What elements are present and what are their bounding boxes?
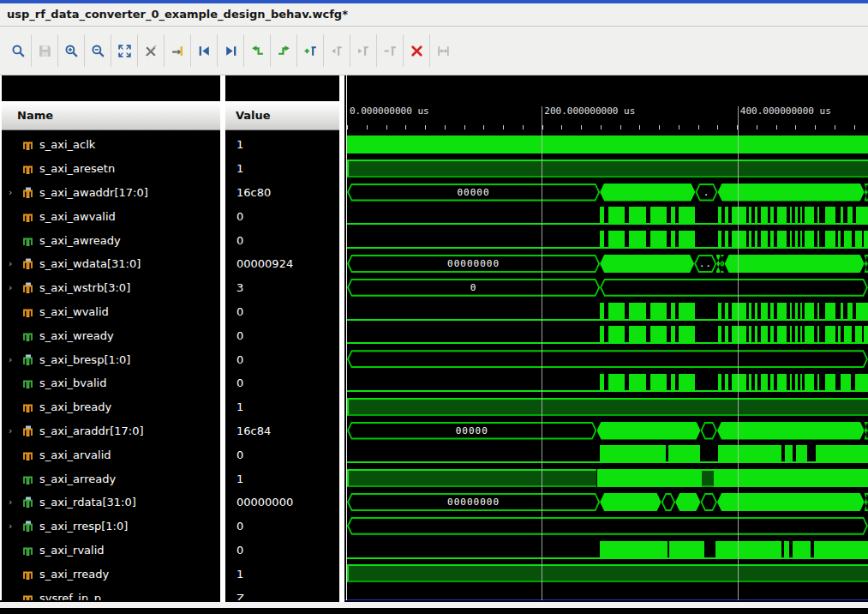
expand-arrow-icon[interactable]: › [9, 354, 22, 365]
previous-edge-button[interactable] [190, 34, 217, 67]
expand-arrow-icon[interactable]: › [9, 521, 22, 532]
signal-row-s_axi_wdata[31:0][interactable]: ›s_axi_wdata[31:0] [2, 252, 220, 276]
signal-row-s_axi_awready[interactable]: s_axi_awready [2, 228, 220, 252]
delete-all-markers-button[interactable] [403, 34, 429, 67]
add-marker-button[interactable] [296, 34, 323, 67]
signal-row-s_axi_bready[interactable]: s_axi_bready [2, 395, 220, 419]
value-wave-splitter[interactable] [339, 75, 344, 608]
next-transition-button[interactable] [270, 34, 296, 67]
wave-pulse-bar [825, 326, 835, 344]
wave-row-s_axi_arvalid[interactable] [344, 442, 868, 467]
wave-pulse-bar [668, 445, 701, 463]
signal-row-s_axi_bresp[1:0][interactable]: ›s_axi_bresp[1:0] [2, 347, 220, 371]
expand-arrow-icon[interactable]: › [9, 282, 22, 293]
horizontal-splitter[interactable] [0, 602, 868, 608]
zoom-fit-button[interactable] [111, 34, 137, 67]
signal-row-s_axi_rresp[1:0][interactable]: ›s_axi_rresp[1:0] [2, 515, 220, 539]
wave-row-s_axi_aresetn[interactable] [344, 157, 868, 181]
swap-cursors-button[interactable] [429, 34, 456, 67]
previous-transition-button[interactable] [243, 34, 270, 67]
wave-row-s_axi_rdata[31:0][interactable]: 00000000 [344, 491, 868, 515]
signal-row-s_axi_rvalid[interactable]: s_axi_rvalid [2, 539, 220, 563]
signal-row-s_axi_wready[interactable]: s_axi_wready [2, 323, 220, 347]
wave-row-s_axi_rready[interactable] [344, 562, 868, 586]
name-column-header[interactable]: Name [2, 101, 220, 130]
wave-pulse-bar [718, 231, 721, 249]
signal-row-sysref_in_p[interactable]: sysref_in_p [2, 586, 220, 600]
signal-row-s_axi_rdata[31:0][interactable]: ›s_axi_rdata[31:0] [2, 491, 220, 515]
zoom-in-button[interactable] [57, 34, 84, 67]
signal-row-s_axi_wstrb[3:0][interactable]: ›s_axi_wstrb[3:0] [2, 276, 220, 300]
signal-row-s_axi_awaddr[17:0][interactable]: ›s_axi_awaddr[17:0] [2, 181, 220, 205]
bus-value-label: 00000 [347, 187, 600, 198]
go-to-time-button[interactable] [164, 34, 190, 67]
bus-segment-idle: 00000 [347, 422, 597, 440]
value-column-header[interactable]: Value [225, 101, 339, 130]
wave-pulse-bar [790, 207, 792, 225]
bus-input-icon [22, 258, 35, 269]
expand-arrow-icon[interactable]: › [9, 425, 22, 436]
remove-marker-button[interactable] [376, 34, 403, 67]
signal-row-s_axi_aclk[interactable]: s_axi_aclk [2, 133, 220, 157]
expand-arrow-icon[interactable]: › [9, 258, 22, 269]
time-cursor-line[interactable] [346, 75, 347, 600]
wave-pulse-bar [600, 326, 604, 344]
save-button[interactable] [31, 34, 57, 67]
wave-row-sysref_in_p[interactable] [344, 586, 868, 600]
name-value-splitter[interactable] [220, 75, 225, 608]
wave-row-s_axi_wdata[31:0][interactable]: 00000000.. [344, 252, 868, 276]
signal-row-s_axi_awvalid[interactable]: s_axi_awvalid [2, 204, 220, 228]
wave-pulse-bar [805, 303, 814, 321]
signal-row-s_axi_arready[interactable]: s_axi_arready [2, 467, 220, 491]
next-marker-button[interactable] [350, 34, 376, 67]
zoom-to-cursor-button[interactable] [137, 34, 164, 67]
wave-pulse-bar [671, 207, 675, 225]
title-accent-bar [0, 0, 868, 3]
wave-row-s_axi_awready[interactable] [344, 228, 868, 252]
signal-row-s_axi_rready[interactable]: s_axi_rready [2, 562, 220, 586]
waveform-panel[interactable]: 0.000000000 us200.000000000 us400.000000… [344, 75, 868, 600]
wave-row-s_axi_aclk[interactable] [344, 133, 868, 157]
wave-row-s_axi_wvalid[interactable] [344, 300, 868, 324]
bus-value-label: 0 [347, 282, 600, 293]
expand-arrow-icon[interactable]: › [9, 187, 22, 198]
find-button[interactable] [5, 34, 31, 67]
wave-pulse-bar [838, 231, 840, 249]
wave-pulse-bar [608, 207, 626, 225]
signal-row-s_axi_arvalid[interactable]: s_axi_arvalid [2, 442, 220, 467]
wave-row-s_axi_arready[interactable] [344, 467, 868, 491]
wave-row-s_axi_bresp[1:0][interactable] [344, 347, 868, 371]
wave-row-s_axi_awaddr[17:0][interactable]: 00000. [344, 181, 868, 205]
wave-row-s_axi_rvalid[interactable] [344, 539, 868, 563]
bus-segment-idle [865, 493, 868, 511]
timeline-minor-tick [659, 125, 660, 129]
wave-row-s_axi_bready[interactable] [344, 395, 868, 419]
wave-level-segment [347, 469, 597, 487]
expand-arrow-icon[interactable]: › [9, 497, 22, 508]
wave-pulse-bar [679, 326, 695, 344]
wave-pulse-bar [732, 374, 745, 392]
signal-row-s_axi_wvalid[interactable]: s_axi_wvalid [2, 300, 220, 324]
signal-row-s_axi_bvalid[interactable]: s_axi_bvalid [2, 371, 220, 395]
timeline-minor-tick [581, 125, 582, 129]
timeline-ruler[interactable]: 0.000000000 us200.000000000 us400.000000… [344, 101, 868, 130]
wave-pulse-bar [671, 326, 675, 344]
wave-pulse-bar [795, 326, 797, 344]
wave-pulse-bar [679, 303, 695, 321]
previous-marker-button[interactable] [323, 34, 350, 67]
signal-row-s_axi_araddr[17:0][interactable]: ›s_axi_araddr[17:0] [2, 419, 220, 443]
wave-row-s_axi_wready[interactable] [344, 323, 868, 347]
signal-row-s_axi_aresetn[interactable]: s_axi_aresetn [2, 157, 220, 181]
signal-value-s_axi_bvalid: 0 [225, 371, 339, 395]
wave-pulse-bar [777, 374, 787, 392]
timeline-minor-tick [483, 125, 484, 129]
wave-row-s_axi_rresp[1:0][interactable] [344, 515, 868, 539]
next-edge-button[interactable] [217, 34, 243, 67]
wave-row-s_axi_bvalid[interactable] [344, 371, 868, 395]
wave-row-s_axi_wstrb[3:0][interactable]: 0 [344, 276, 868, 300]
wave-row-s_axi_araddr[17:0][interactable]: 00000 [344, 419, 868, 443]
wave-panel-top-strip [344, 75, 868, 101]
wave-pulse-bar [785, 445, 793, 463]
zoom-out-button[interactable] [84, 34, 111, 67]
wave-row-s_axi_awvalid[interactable] [344, 204, 868, 228]
